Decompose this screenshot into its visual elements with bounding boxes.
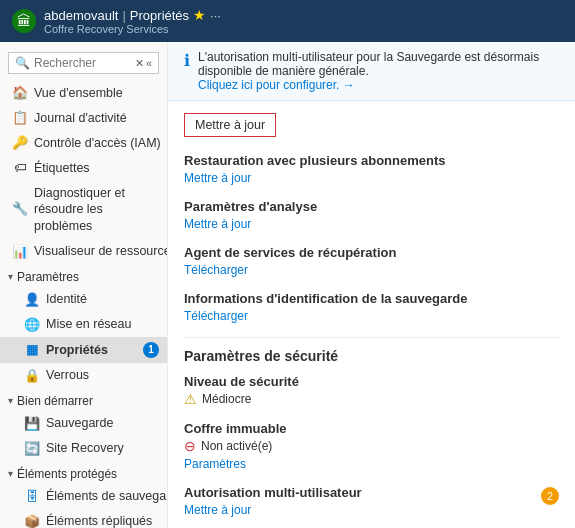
infos-id-link[interactable]: Télécharger — [184, 309, 248, 323]
agent-title: Agent de services de récupération — [184, 245, 559, 260]
header: 🏛 abdemovault | Propriétés ★ ··· Coffre … — [0, 0, 575, 42]
section-restauration: Restauration avec plusieurs abonnements … — [184, 153, 559, 185]
warning-icon: ⚠ — [184, 391, 197, 407]
replicated-icon: 📦 — [24, 514, 40, 528]
sidebar-item-journal[interactable]: 📋 Journal d'activité — [0, 105, 167, 130]
info-link[interactable]: Cliquez ici pour configurer. → — [198, 78, 355, 92]
section-agent: Agent de services de récupération Téléch… — [184, 245, 559, 277]
sidebar-label-journal: Journal d'activité — [34, 111, 127, 125]
backup-items-icon: 🗄 — [24, 489, 40, 504]
iam-icon: 🔑 — [12, 135, 28, 150]
info-text: L'autorisation multi-utilisateur pour la… — [198, 50, 559, 92]
collapse-icon[interactable]: « — [146, 57, 152, 69]
sidebar-label-elements-repliques: Éléments répliqués — [46, 514, 152, 528]
coffre-immuable-value: Non activé(e) — [201, 439, 272, 453]
journal-icon: 📋 — [12, 110, 28, 125]
backup-icon: 💾 — [24, 416, 40, 431]
proprietes-badge: 1 — [143, 342, 159, 358]
sidebar-label-diagnostiquer: Diagnostiquer et résoudre les problèmes — [34, 185, 159, 234]
app-name: abdemovault — [44, 8, 118, 23]
sidebar: 🔍 ✕ « 🏠 Vue d'ensemble 📋 Journal d'activ… — [0, 42, 168, 528]
sidebar-item-elements-sauvegarde[interactable]: 🗄 Éléments de sauvegarde — [0, 484, 167, 509]
restauration-link[interactable]: Mettre à jour — [184, 171, 251, 185]
sidebar-item-reseau[interactable]: 🌐 Mise en réseau — [0, 312, 167, 337]
chevron-down-icon-2: ▾ — [8, 395, 13, 406]
sidebar-label-etiquettes: Étiquettes — [34, 161, 90, 175]
info-banner: ℹ L'autorisation multi-utilisateur pour … — [168, 42, 575, 101]
more-options[interactable]: ··· — [210, 8, 221, 23]
header-subtitle: Coffre Recovery Services — [44, 23, 221, 35]
sidebar-label-proprietes: Propriétés — [46, 343, 108, 357]
content-body: Mettre à jour Restauration avec plusieur… — [168, 101, 575, 528]
main-update-button[interactable]: Mettre à jour — [184, 113, 276, 137]
group-elements-proteges[interactable]: ▾ Éléments protégés — [0, 461, 167, 484]
section-infos-id: Informations d'identification de la sauv… — [184, 291, 559, 323]
header-separator: | — [122, 8, 125, 23]
group-label-parametres: Paramètres — [17, 270, 79, 284]
infos-id-title: Informations d'identification de la sauv… — [184, 291, 559, 306]
info-icon: ℹ — [184, 51, 190, 70]
info-message: L'autorisation multi-utilisateur pour la… — [198, 50, 539, 78]
sidebar-item-vue-ensemble[interactable]: 🏠 Vue d'ensemble — [0, 80, 167, 105]
analyse-link[interactable]: Mettre à jour — [184, 217, 251, 231]
sidebar-item-iam[interactable]: 🔑 Contrôle d'accès (IAM) — [0, 130, 167, 155]
search-box[interactable]: 🔍 ✕ « — [8, 52, 159, 74]
tag-icon: 🏷 — [12, 160, 28, 175]
group-bien-demarrer[interactable]: ▾ Bien démarrer — [0, 388, 167, 411]
sidebar-item-visualiseur[interactable]: 📊 Visualiseur de ressources — [0, 239, 167, 264]
section-autorisation-multi: Autorisation multi-utilisateur Mettre à … — [184, 485, 559, 517]
sidebar-item-proprietes[interactable]: ▦ Propriétés 1 — [0, 337, 167, 363]
sidebar-item-verrous[interactable]: 🔒 Verrous — [0, 363, 167, 388]
main-layout: 🔍 ✕ « 🏠 Vue d'ensemble 📋 Journal d'activ… — [0, 42, 575, 528]
favorite-star[interactable]: ★ — [193, 7, 206, 23]
sidebar-item-identite[interactable]: 👤 Identité — [0, 287, 167, 312]
chevron-down-icon-3: ▾ — [8, 468, 13, 479]
coffre-immuable-link[interactable]: Paramètres — [184, 457, 246, 471]
security-header: Paramètres de sécurité — [184, 348, 559, 364]
sidebar-item-site-recovery[interactable]: 🔄 Site Recovery — [0, 436, 167, 461]
header-title-group: abdemovault | Propriétés ★ ··· Coffre Re… — [44, 7, 221, 35]
search-icon: 🔍 — [15, 56, 30, 70]
autorisation-multi-badge: 2 — [541, 487, 559, 505]
section-coffre-immuable: Coffre immuable ⊖ Non activé(e) Paramètr… — [184, 421, 559, 471]
content-area: ℹ L'autorisation multi-utilisateur pour … — [168, 42, 575, 528]
network-icon: 🌐 — [24, 317, 40, 332]
divider-security — [184, 337, 559, 338]
properties-icon: ▦ — [24, 342, 40, 357]
coffre-immuable-title: Coffre immuable — [184, 421, 559, 436]
restauration-title: Restauration avec plusieurs abonnements — [184, 153, 559, 168]
clear-icon[interactable]: ✕ — [135, 57, 144, 70]
niveau-securite-title: Niveau de sécurité — [184, 374, 559, 389]
section-niveau-securite: Niveau de sécurité ⚠ Médiocre — [184, 374, 559, 407]
page-title: Propriétés — [130, 8, 189, 23]
sidebar-label-verrous: Verrous — [46, 368, 89, 382]
sidebar-label-identite: Identité — [46, 292, 87, 306]
search-container: 🔍 ✕ « — [0, 46, 167, 80]
sidebar-item-sauvegarde[interactable]: 💾 Sauvegarde — [0, 411, 167, 436]
section-analyse: Paramètres d'analyse Mettre à jour — [184, 199, 559, 231]
recovery-icon: 🔄 — [24, 441, 40, 456]
autorisation-multi-content: Autorisation multi-utilisateur Mettre à … — [184, 485, 362, 517]
sidebar-label-visualiseur: Visualiseur de ressources — [34, 244, 168, 258]
sidebar-item-etiquettes[interactable]: 🏷 Étiquettes — [0, 155, 167, 180]
coffre-immuable-status: ⊖ Non activé(e) — [184, 438, 559, 454]
home-icon: 🏠 — [12, 85, 28, 100]
niveau-securite-value: Médiocre — [202, 392, 251, 406]
autorisation-multi-link[interactable]: Mettre à jour — [184, 503, 251, 517]
sidebar-label-vue-ensemble: Vue d'ensemble — [34, 86, 123, 100]
lock-icon: 🔒 — [24, 368, 40, 383]
search-input[interactable] — [34, 56, 135, 70]
agent-link[interactable]: Télécharger — [184, 263, 248, 277]
group-label-bien-demarrer: Bien démarrer — [17, 394, 93, 408]
sidebar-item-diagnostiquer[interactable]: 🔧 Diagnostiquer et résoudre les problème… — [0, 180, 167, 239]
diag-icon: 🔧 — [12, 201, 28, 218]
group-parametres[interactable]: ▾ Paramètres — [0, 264, 167, 287]
sidebar-item-elements-repliques[interactable]: 📦 Éléments répliqués — [0, 509, 167, 528]
sidebar-label-iam: Contrôle d'accès (IAM) — [34, 136, 161, 150]
sidebar-label-site-recovery: Site Recovery — [46, 441, 124, 455]
group-label-elements-proteges: Éléments protégés — [17, 467, 117, 481]
analyse-title: Paramètres d'analyse — [184, 199, 559, 214]
vault-icon: 🏛 — [12, 9, 36, 33]
identity-icon: 👤 — [24, 292, 40, 307]
sidebar-label-elements-sauvegarde: Éléments de sauvegarde — [46, 489, 168, 503]
